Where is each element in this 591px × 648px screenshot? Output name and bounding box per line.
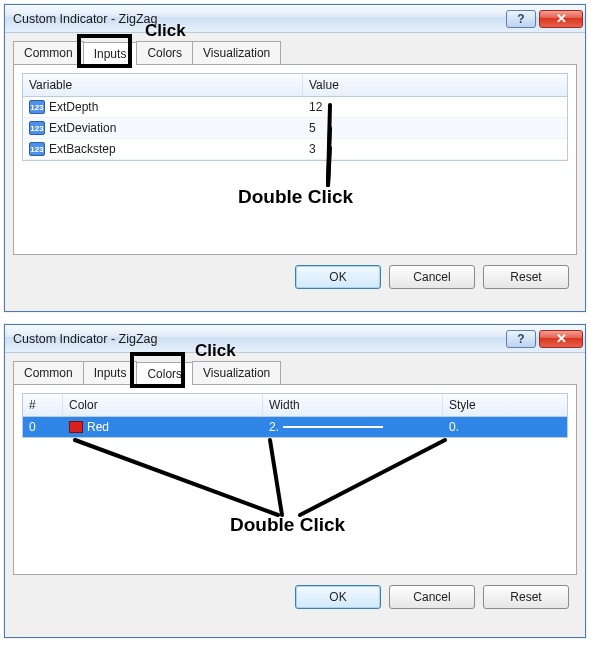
variable-name: ExtDeviation: [49, 121, 116, 135]
column-header-index[interactable]: #: [23, 394, 63, 416]
integer-icon: 123: [29, 142, 45, 156]
tabstrip: Common Inputs Colors Visualization: [13, 359, 577, 385]
color-swatch-icon: [69, 421, 83, 433]
tab-inputs[interactable]: Inputs: [83, 361, 138, 384]
close-button[interactable]: ✕: [539, 10, 583, 28]
variable-value[interactable]: 3: [303, 139, 567, 159]
column-header-style[interactable]: Style: [443, 394, 567, 416]
close-button[interactable]: ✕: [539, 330, 583, 348]
integer-icon: 123: [29, 100, 45, 114]
table-row[interactable]: 123 ExtDepth 12: [23, 97, 567, 118]
variable-name: ExtDepth: [49, 100, 98, 114]
variable-name: ExtBackstep: [49, 142, 116, 156]
tab-inputs[interactable]: Inputs: [83, 42, 138, 65]
column-header-color[interactable]: Color: [63, 394, 263, 416]
tab-visualization[interactable]: Visualization: [192, 361, 281, 384]
column-header-value[interactable]: Value: [303, 74, 567, 96]
inputs-grid: Variable Value 123 ExtDepth 12 123 Ex: [22, 73, 568, 161]
ok-button[interactable]: OK: [295, 265, 381, 289]
close-icon: ✕: [556, 11, 567, 26]
colors-panel: # Color Width Style 0 Red 2.: [13, 385, 577, 575]
reset-button[interactable]: Reset: [483, 265, 569, 289]
column-header-variable[interactable]: Variable: [23, 74, 303, 96]
tab-colors[interactable]: Colors: [136, 362, 193, 385]
tab-visualization[interactable]: Visualization: [192, 41, 281, 64]
colors-grid: # Color Width Style 0 Red 2.: [22, 393, 568, 438]
variable-value[interactable]: 12: [303, 97, 567, 117]
color-index: 0: [23, 417, 63, 437]
line-sample-icon: [283, 426, 383, 428]
titlebar[interactable]: Custom Indicator - ZigZag ? ✕: [5, 5, 585, 33]
close-icon: ✕: [556, 331, 567, 346]
table-row[interactable]: 123 ExtBackstep 3: [23, 139, 567, 160]
column-header-width[interactable]: Width: [263, 394, 443, 416]
inputs-panel: Variable Value 123 ExtDepth 12 123 Ex: [13, 65, 577, 255]
help-icon: ?: [517, 332, 524, 346]
window-title: Custom Indicator - ZigZag: [13, 332, 506, 346]
table-row[interactable]: 123 ExtDeviation 5: [23, 118, 567, 139]
help-button[interactable]: ?: [506, 10, 536, 28]
dialog-inputs: Custom Indicator - ZigZag ? ✕ Common Inp…: [4, 4, 586, 312]
tab-colors[interactable]: Colors: [136, 41, 193, 64]
table-row[interactable]: 0 Red 2. 0.: [23, 417, 567, 437]
tab-common[interactable]: Common: [13, 361, 84, 384]
variable-value[interactable]: 5: [303, 118, 567, 138]
tabstrip: Common Inputs Colors Visualization: [13, 39, 577, 65]
dialog-colors: Custom Indicator - ZigZag ? ✕ Common Inp…: [4, 324, 586, 638]
integer-icon: 123: [29, 121, 45, 135]
style-value: 0.: [443, 417, 567, 437]
ok-button[interactable]: OK: [295, 585, 381, 609]
cancel-button[interactable]: Cancel: [389, 585, 475, 609]
window-title: Custom Indicator - ZigZag: [13, 12, 506, 26]
reset-button[interactable]: Reset: [483, 585, 569, 609]
help-icon: ?: [517, 12, 524, 26]
color-name: Red: [87, 420, 109, 434]
titlebar[interactable]: Custom Indicator - ZigZag ? ✕: [5, 325, 585, 353]
width-value: 2.: [269, 420, 279, 434]
tab-common[interactable]: Common: [13, 41, 84, 64]
cancel-button[interactable]: Cancel: [389, 265, 475, 289]
help-button[interactable]: ?: [506, 330, 536, 348]
